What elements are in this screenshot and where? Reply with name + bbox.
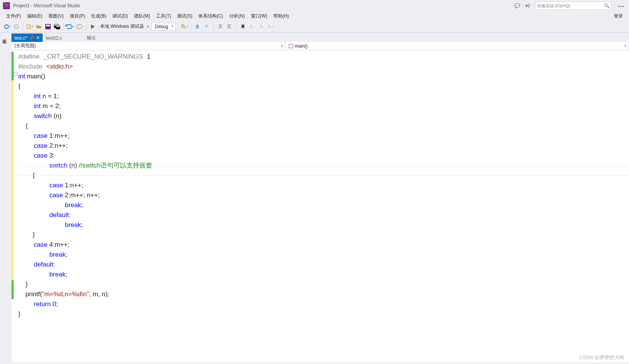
clear-bookmarks-button[interactable] — [266, 22, 275, 31]
outdent-button[interactable] — [225, 22, 234, 31]
notifications-count: 2 — [528, 3, 530, 8]
debugger-label[interactable]: 本地 Windows 调试器 — [98, 23, 146, 30]
watermark: CSDN @胖胖的大狗 — [579, 354, 624, 361]
svg-line-2 — [184, 27, 185, 28]
search-icon[interactable]: 🔍 — [604, 3, 610, 8]
sign-in-button[interactable]: 登录 — [611, 12, 625, 20]
member-label: main() — [295, 43, 308, 49]
title-bar: Project1 - Microsoft Visual Studio 💬 ▾2 … — [0, 0, 629, 11]
close-icon[interactable]: ✕ — [36, 35, 40, 40]
window-title: Project1 - Microsoft Visual Studio — [13, 3, 80, 8]
menu-test[interactable]: 测试(S) — [175, 12, 195, 20]
menu-bar: 文件(F) 编辑(E) 视图(V) 项目(P) 生成(B) 调试(D) 团队(M… — [0, 11, 629, 21]
menu-team[interactable]: 团队(M) — [132, 12, 152, 20]
menu-analyze[interactable]: 分析(N) — [227, 12, 247, 20]
menu-view[interactable]: 视图(V) — [46, 12, 66, 20]
menu-tools[interactable]: 工具(T) — [154, 12, 173, 20]
prev-bookmark-button[interactable] — [248, 22, 256, 31]
tab-second-label: test02.c — [46, 35, 62, 41]
menu-file[interactable]: 文件(F) — [4, 12, 23, 20]
menu-project[interactable]: 项目(P) — [67, 12, 87, 20]
tab-output[interactable]: 输出 — [84, 34, 99, 42]
tab-active[interactable]: test.c* 📌 ✕ — [11, 34, 43, 42]
vs-logo-icon — [3, 2, 10, 9]
redo-button[interactable] — [75, 22, 84, 31]
feedback-icon[interactable]: 💬 — [514, 3, 520, 9]
scope-dropdown[interactable]: (全局范围) — [11, 42, 286, 50]
comment-button[interactable] — [194, 22, 202, 31]
tab-output-label: 输出 — [87, 35, 96, 41]
menu-arch[interactable]: 体系结构(C) — [196, 12, 225, 20]
back-button[interactable] — [12, 22, 21, 31]
notifications-icon[interactable]: ▾2 — [525, 3, 531, 9]
member-dropdown[interactable]: main() — [286, 42, 629, 50]
tab-active-label: test.c* — [14, 35, 27, 41]
menu-debug[interactable]: 调试(D) — [110, 12, 130, 20]
toolbar: 本地 Windows 调试器 ▾ Debug — [0, 21, 629, 33]
undo-button[interactable] — [66, 22, 75, 31]
save-button[interactable] — [44, 22, 52, 31]
scope-label: (全局范围) — [14, 43, 36, 49]
uncomment-button[interactable] — [203, 22, 211, 31]
menu-edit[interactable]: 编辑(E) — [25, 12, 45, 20]
find-button[interactable] — [180, 22, 189, 31]
bookmark-button[interactable] — [239, 22, 247, 31]
add-item-button[interactable] — [26, 22, 34, 31]
nav-row: (全局范围) main() — [11, 42, 629, 50]
open-file-button[interactable] — [35, 22, 43, 31]
quick-launch-input[interactable] — [537, 3, 604, 8]
code-editor[interactable]: − #define _CRT_SECURE_NO_WARNINGS 1 #inc… — [11, 50, 629, 362]
menu-help[interactable]: 帮助(H) — [271, 12, 291, 20]
quick-launch[interactable]: 🔍 — [535, 2, 611, 10]
save-all-button[interactable] — [53, 22, 61, 31]
indent-button[interactable] — [216, 22, 225, 31]
new-project-button[interactable] — [3, 22, 11, 31]
tab-strip: 生成器 test.c* 📌 ✕ test02.c 输出 — [0, 33, 629, 42]
menu-window[interactable]: 窗口(W) — [249, 12, 270, 20]
svg-rect-14 — [289, 44, 293, 48]
svg-point-1 — [182, 24, 184, 27]
minimize-button[interactable]: — — [616, 2, 626, 10]
gutter: − — [11, 50, 17, 362]
start-debug-button[interactable] — [89, 22, 97, 31]
next-bookmark-button[interactable] — [257, 22, 265, 31]
config-selector[interactable]: Debug — [151, 23, 175, 30]
pin-icon[interactable]: 📌 — [29, 36, 34, 40]
side-panel-tab[interactable]: 生成器 — [1, 34, 8, 38]
tab-second[interactable]: test02.c — [43, 34, 65, 42]
menu-build[interactable]: 生成(B) — [89, 12, 109, 20]
svg-rect-0 — [27, 24, 30, 29]
code-content[interactable]: #define _CRT_SECURE_NO_WARNINGS 1 #inclu… — [11, 50, 629, 321]
fold-icon[interactable]: − — [14, 72, 18, 76]
